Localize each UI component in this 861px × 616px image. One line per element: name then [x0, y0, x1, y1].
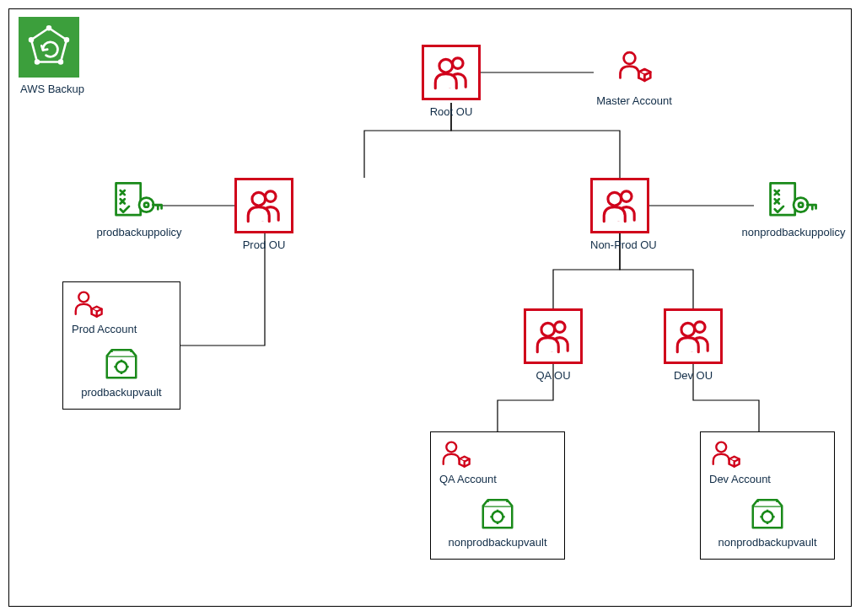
policy-icon	[767, 180, 820, 221]
qa-account-label: QA Account	[439, 473, 497, 485]
vault-icon	[478, 494, 517, 533]
master-account-node: Master Account	[594, 49, 675, 107]
nonprod-policy-node: nonprodbackuppolicy	[739, 180, 848, 238]
users-icon	[532, 315, 574, 357]
users-icon	[243, 185, 285, 227]
policy-icon	[113, 180, 165, 221]
vault-icon	[748, 494, 787, 533]
users-icon	[599, 185, 641, 227]
qa-vault-label: nonprodbackupvault	[448, 536, 546, 549]
vault-icon	[102, 344, 141, 383]
nonprod-ou-node: Non-Prod OU	[590, 178, 649, 251]
nonprod-ou-box	[590, 178, 649, 233]
account-icon	[72, 289, 104, 321]
account-icon	[439, 439, 471, 471]
root-ou-node: Root OU	[422, 45, 481, 118]
qa-ou-box	[524, 308, 583, 364]
aws-backup-node: AWS Backup	[19, 17, 86, 95]
account-icon	[709, 439, 741, 471]
prod-policy-label: prodbackuppolicy	[96, 226, 181, 238]
nonprod-policy-label: nonprodbackuppolicy	[742, 226, 846, 238]
root-ou-box	[422, 45, 481, 100]
dev-ou-box	[664, 308, 723, 364]
prod-ou-label: Prod OU	[234, 238, 293, 251]
prod-account-label: Prod Account	[72, 323, 137, 335]
qa-ou-label: QA OU	[524, 369, 583, 382]
diagram-canvas: AWS Backup Root OU Master Account Prod O…	[0, 0, 861, 616]
users-icon	[430, 51, 472, 94]
prod-account-box: Prod Account prodbackupvault	[62, 281, 180, 410]
account-icon	[616, 49, 653, 86]
qa-ou-node: QA OU	[524, 308, 583, 382]
aws-backup-label: AWS Backup	[19, 83, 86, 95]
dev-ou-node: Dev OU	[664, 308, 723, 382]
dev-vault-label: nonprodbackupvault	[718, 536, 816, 549]
users-icon	[672, 315, 714, 357]
prod-vault-label: prodbackupvault	[81, 386, 161, 399]
root-ou-label: Root OU	[422, 105, 481, 118]
prod-policy-node: prodbackuppolicy	[93, 180, 186, 238]
aws-backup-icon	[19, 17, 79, 78]
qa-account-box: QA Account nonprodbackupvault	[430, 431, 565, 560]
nonprod-ou-label: Non-Prod OU	[590, 238, 649, 251]
prod-ou-node: Prod OU	[234, 178, 293, 251]
master-account-label: Master Account	[594, 94, 675, 107]
dev-account-label: Dev Account	[709, 473, 771, 485]
dev-account-box: Dev Account nonprodbackupvault	[700, 431, 835, 560]
dev-ou-label: Dev OU	[664, 369, 723, 382]
prod-ou-box	[234, 178, 293, 233]
